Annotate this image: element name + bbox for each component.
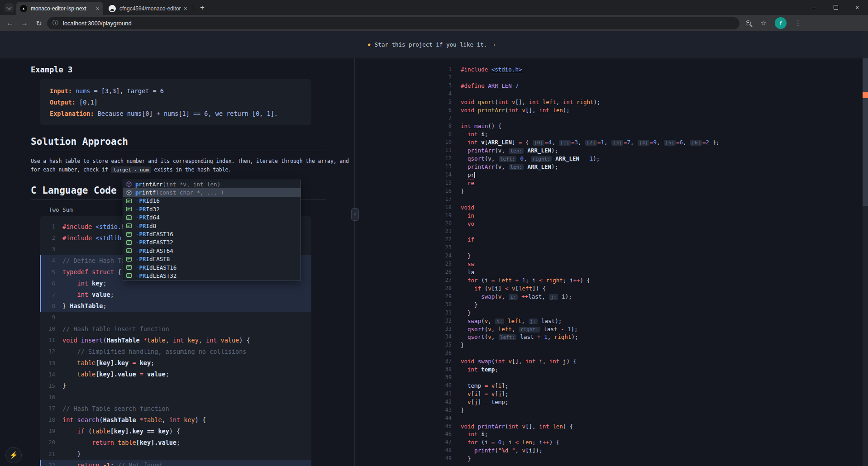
editor-line[interactable]: 10 int v[ARR_LEN] = { [0]=4, [1]=3, [2]=… bbox=[355, 138, 863, 147]
editor-line[interactable]: 2 bbox=[355, 74, 863, 82]
editor-line[interactable]: 43} bbox=[355, 406, 863, 414]
editor-line[interactable]: 33 qsort(v, left, right: last - 1); bbox=[355, 325, 863, 333]
page-scrollbar[interactable] bbox=[863, 31, 868, 466]
suggest-item[interactable]: ·PRId16 bbox=[123, 197, 300, 205]
editor-line-number: 12 bbox=[355, 155, 452, 163]
editor-line[interactable]: 7 bbox=[355, 114, 863, 123]
tab-monaco-editor-lsp-next[interactable]: ▲ monaco-editor-lsp-next × bbox=[16, 2, 103, 15]
editor-line[interactable]: 23 bbox=[355, 244, 863, 252]
code-token: (i bbox=[478, 439, 491, 446]
tab-github-repo[interactable]: cfngc4594/monaco-editor-ls × bbox=[105, 2, 191, 15]
code-token: if bbox=[474, 285, 481, 292]
editor-line[interactable]: 22 if bbox=[355, 236, 863, 244]
editor-line[interactable]: 25 sw bbox=[355, 260, 863, 268]
editor-line[interactable]: 5void qsort(int v[], int left, int right… bbox=[355, 98, 863, 106]
include-link[interactable]: <stdio.h> bbox=[491, 66, 522, 73]
suggest-item[interactable]: ·PRId8 bbox=[123, 222, 300, 230]
editor-line[interactable]: 11 printArr(v, len: ARR_LEN); bbox=[355, 147, 863, 155]
editor-line[interactable]: 34 qsort(v, left: last + 1, right); bbox=[355, 333, 863, 341]
bookmark-star-icon[interactable]: ☆ bbox=[760, 15, 766, 31]
suggest-item[interactable]: ·PRIdFAST32 bbox=[123, 238, 300, 247]
editor-line[interactable]: 15 re bbox=[355, 179, 863, 187]
code-token: ARR_LEN bbox=[488, 82, 512, 89]
editor-line[interactable]: 6void printArr(int v[], int len); bbox=[355, 106, 863, 114]
editor-line[interactable]: 17 bbox=[355, 195, 863, 204]
scrollbar-thumb[interactable] bbox=[863, 58, 868, 206]
editor-line[interactable]: 41 v[i] = v[j]; bbox=[355, 390, 863, 398]
suggest-item[interactable]: ·PRIdFAST8 bbox=[123, 255, 300, 263]
maximize-button[interactable] bbox=[825, 0, 846, 15]
forward-button[interactable]: → bbox=[18, 15, 31, 31]
editor-line[interactable]: 47 for (i = 0; i < len; i++) { bbox=[355, 438, 863, 447]
suggest-item[interactable]: printArr(int *v, int len) bbox=[123, 180, 300, 188]
editor-line[interactable]: 39 bbox=[355, 374, 863, 382]
editor-line[interactable]: 32 swap(v, i: left, j: last); bbox=[355, 317, 863, 325]
suggest-item[interactable]: ·PRIdLEAST16 bbox=[123, 263, 300, 271]
suggest-item[interactable]: ·PRId32 bbox=[123, 205, 300, 213]
editor-line[interactable]: 14 pr bbox=[355, 171, 863, 179]
suggest-item[interactable]: ·PRIdFAST64 bbox=[123, 247, 300, 255]
code-token bbox=[495, 439, 498, 446]
editor-line[interactable]: 13 printArr(v, len: ARR_LEN); bbox=[355, 163, 863, 171]
editor-line[interactable]: 20 vo bbox=[355, 220, 863, 228]
editor-line[interactable]: 1#include <stdio.h> bbox=[355, 66, 863, 74]
zoom-icon[interactable] bbox=[746, 20, 751, 25]
suggest-item[interactable]: ·PRId64 bbox=[123, 214, 300, 222]
editor-line[interactable]: 8int main() { bbox=[355, 122, 863, 130]
editor-line[interactable]: 24 } bbox=[355, 252, 863, 260]
editor-line[interactable]: 31 } bbox=[355, 309, 863, 317]
line-number: 15 bbox=[40, 382, 55, 389]
editor-line[interactable]: 4 bbox=[355, 90, 863, 98]
close-window-button[interactable]: × bbox=[846, 0, 868, 15]
editor-line[interactable]: 19 in bbox=[355, 212, 863, 220]
editor-line[interactable]: 21 bbox=[355, 228, 863, 236]
code-token: ( bbox=[495, 293, 498, 300]
editor-line[interactable]: 35} bbox=[355, 341, 863, 349]
suggest-item[interactable]: ·PRIdLEAST32 bbox=[123, 271, 300, 280]
editor-line[interactable]: 3#define ARR_LEN 7 bbox=[355, 82, 863, 90]
code-editor[interactable]: 1#include <stdio.h>23#define ARR_LEN 745… bbox=[355, 58, 863, 466]
reload-button[interactable]: ↻ bbox=[33, 15, 45, 31]
editor-line[interactable]: 44 bbox=[355, 414, 863, 423]
editor-line[interactable]: 16} bbox=[355, 187, 863, 195]
editor-line[interactable]: 30 } bbox=[355, 301, 863, 309]
back-button[interactable]: ← bbox=[4, 15, 16, 31]
code-token: int bbox=[467, 431, 481, 437]
editor-line[interactable]: 9 int i; bbox=[355, 130, 863, 138]
editor-line[interactable]: 45void printArr(int v[], int len) { bbox=[355, 423, 863, 431]
dot-prefix: · bbox=[135, 214, 139, 221]
code-token: = bbox=[571, 139, 575, 146]
editor-line[interactable]: 18void bbox=[355, 204, 863, 212]
close-tab-icon[interactable]: × bbox=[96, 5, 100, 12]
editor-line[interactable]: 36 bbox=[355, 349, 863, 357]
editor-line[interactable]: 27 for (i = left + 1; i ≤ right; i++) { bbox=[355, 276, 863, 285]
suggest-item[interactable]: ·PRIdFAST16 bbox=[123, 230, 300, 238]
editor-line[interactable]: 42 v[j] = temp; bbox=[355, 398, 863, 406]
code-token bbox=[461, 366, 467, 373]
new-tab-button[interactable]: + bbox=[197, 3, 207, 13]
avatar[interactable]: f bbox=[775, 17, 787, 29]
editor-line-number: 35 bbox=[355, 341, 452, 349]
editor-line[interactable]: 29 swap(v, i: ++last, j: i); bbox=[355, 293, 863, 301]
minimize-button[interactable]: – bbox=[803, 0, 825, 15]
line-number: 12 bbox=[40, 348, 55, 355]
tab-search-button[interactable] bbox=[5, 3, 14, 12]
editor-line[interactable]: 48 printf("%d ", v[i]); bbox=[355, 447, 863, 455]
menu-kebab-icon[interactable]: ⋮ bbox=[795, 15, 801, 31]
close-tab-icon[interactable]: × bbox=[184, 5, 187, 12]
editor-line[interactable]: 26 la bbox=[355, 268, 863, 276]
suggest-item[interactable]: printf(const char *, ... ) bbox=[123, 188, 300, 196]
editor-line[interactable]: 49 } bbox=[355, 455, 863, 463]
editor-line[interactable]: 12 qsort(v, left: 0, right: ARR_LEN - 1)… bbox=[355, 155, 863, 163]
code-token: // Hash Table insert function bbox=[62, 325, 169, 333]
code-token: , bbox=[556, 99, 563, 105]
editor-line[interactable]: 38 int temp; bbox=[355, 366, 863, 374]
editor-line[interactable]: 28 if (v[i] < v[left]) { bbox=[355, 285, 863, 293]
promo-banner[interactable]: ◆ Star this project if you like it. → bbox=[0, 31, 863, 58]
address-bar[interactable]: ⓘ localhost:3000/playground bbox=[47, 17, 739, 29]
lightning-fab-button[interactable]: ⚡ bbox=[5, 447, 22, 463]
site-info-icon[interactable]: ⓘ bbox=[52, 19, 58, 27]
editor-line[interactable]: 37void swap(int v[], int i, int j) { bbox=[355, 357, 863, 366]
editor-line[interactable]: 46 int i; bbox=[355, 430, 863, 438]
editor-line[interactable]: 40 temp = v[i]; bbox=[355, 382, 863, 390]
